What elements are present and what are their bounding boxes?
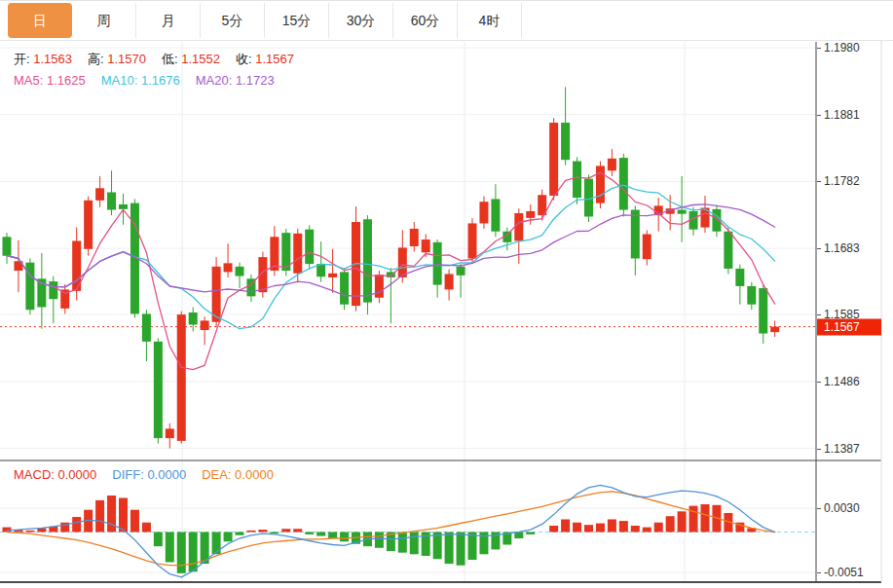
macd-hist-bar [166, 533, 174, 563]
candle-body [445, 274, 454, 289]
macd-hist-bar [619, 521, 628, 532]
candle-body [596, 165, 605, 202]
tab-4[interactable]: 15分 [265, 3, 329, 38]
macd-hist-bar [177, 533, 186, 573]
macd-hist-bar [119, 497, 128, 532]
candle-body [735, 269, 744, 286]
candle-body [712, 209, 721, 232]
candle-body [619, 158, 628, 209]
tab-3[interactable]: 5分 [201, 3, 265, 38]
tab-5[interactable]: 30分 [329, 3, 393, 38]
macd-hist-bar [95, 500, 104, 533]
macd-hist-bar [270, 533, 279, 534]
macd-hist-bar [258, 530, 267, 532]
macd-hist-bar [316, 533, 325, 536]
candle-body [643, 235, 651, 260]
candle-body [561, 123, 570, 160]
candle-body [770, 327, 779, 333]
candle-body [305, 230, 314, 264]
macd-hist-bar [526, 533, 535, 534]
candle-body [398, 247, 407, 277]
macd-hist-bar [584, 525, 593, 532]
candle-body [142, 313, 151, 341]
macd-hist-bar [468, 533, 477, 561]
macd-hist-bar [549, 526, 558, 533]
macd-hist-bar [212, 533, 221, 555]
candle-body [328, 274, 337, 277]
candle-body [84, 201, 93, 249]
candle-body [293, 234, 302, 274]
macd-hist-bar [701, 504, 710, 533]
macd-hist-bar [246, 531, 255, 533]
candle-body [724, 232, 732, 269]
macd-hist-bar [236, 533, 244, 535]
candle-body [759, 288, 767, 333]
candle-body [189, 312, 198, 324]
candle-body [212, 267, 221, 322]
macd-hist-bar [154, 533, 163, 547]
macd-hist-bar [375, 533, 384, 548]
macd-hist-bar [596, 524, 605, 533]
candle-body [573, 162, 581, 198]
candle-body [747, 286, 756, 305]
tab-7[interactable]: 4时 [458, 3, 522, 38]
candle-body [201, 320, 209, 330]
candle-body [3, 237, 12, 255]
candle-body [363, 219, 372, 302]
macd-hist-bar [130, 510, 139, 533]
tab-6[interactable]: 60分 [393, 3, 458, 38]
candle-body [526, 211, 535, 218]
candle-body [375, 275, 384, 298]
macd-hist-bar [643, 528, 651, 533]
tab-1[interactable]: 周 [72, 3, 136, 38]
candle-body [95, 188, 104, 200]
candle-body [340, 272, 349, 304]
macd-hist-bar [561, 519, 570, 532]
macd-hist-bar [142, 523, 151, 533]
macd-hist-bar [189, 533, 198, 572]
macd-hist-bar [305, 533, 314, 534]
candle-body [224, 263, 233, 272]
candle-body [119, 204, 128, 209]
candle-body [608, 159, 616, 170]
macd-hist-bar [573, 523, 581, 533]
candle-body [479, 202, 488, 223]
tab-0-active[interactable]: 日 [8, 3, 72, 38]
chart-canvas[interactable] [0, 1, 893, 588]
macd-hist-bar [340, 533, 349, 542]
candle-body [514, 213, 523, 240]
macd-hist-bar [654, 523, 663, 533]
candle-body [631, 210, 640, 259]
candle-body [154, 342, 163, 438]
candle-body [468, 223, 477, 258]
macd-hist-bar [224, 533, 233, 542]
macd-hist-bar [410, 533, 419, 555]
macd-hist-bar [398, 533, 407, 553]
candle-body [166, 428, 174, 438]
macd-hist-bar [293, 529, 302, 532]
candle-body [457, 267, 465, 276]
macd-hist-bar [25, 531, 34, 533]
macd-hist-bar [107, 496, 116, 532]
candle-body [491, 199, 500, 231]
candle-body [49, 281, 57, 299]
trading-chart-app: 日周月5分15分30分60分4时 开: 1.1563高: 1.1570低: 1.… [0, 0, 893, 588]
candle-body [410, 229, 419, 246]
macd-hist-bar [457, 533, 465, 566]
macd-hist-bar [631, 526, 640, 533]
macd-hist-bar [72, 517, 81, 532]
interval-tab-bar: 日周月5分15分30分60分4时 [0, 1, 893, 41]
candle-body [236, 267, 244, 276]
candle-body [107, 193, 116, 210]
tab-2[interactable]: 月 [136, 3, 201, 38]
macd-hist-bar [689, 506, 698, 533]
candle-body [549, 123, 558, 196]
macd-hist-bar [328, 533, 337, 539]
candle-body [177, 314, 186, 441]
candle-body [422, 239, 430, 252]
macd-hist-bar [445, 533, 454, 565]
candle-body [678, 210, 687, 214]
macd-hist-bar [281, 529, 290, 532]
macd-hist-bar [608, 519, 616, 532]
candle-body [433, 242, 442, 285]
